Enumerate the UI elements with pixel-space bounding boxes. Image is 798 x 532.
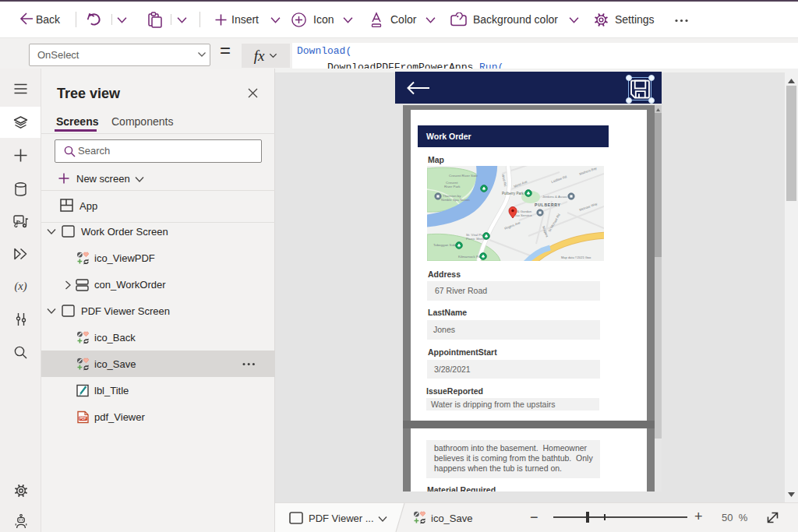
svg-text:Nimble Spa Nation: Nimble Spa Nation — [441, 198, 470, 202]
svg-text:Pulberry Park: Pulberry Park — [502, 192, 524, 196]
svg-text:Cresent River Side: Cresent River Side — [449, 174, 478, 178]
svg-text:Tax Service: Tax Service — [514, 213, 532, 217]
svg-text:River Park: River Park — [444, 185, 461, 188]
svg-text:PULBERRY: PULBERRY — [535, 203, 561, 207]
svg-text:PDF: PDF — [79, 417, 87, 421]
svg-text:Map data ©2021 Goo: Map data ©2021 Goo — [561, 255, 591, 259]
svg-text:Toboggan Side: Toboggan Side — [433, 243, 457, 247]
svg-text:Jenkins & Assoc: Jenkins & Assoc — [542, 195, 568, 199]
